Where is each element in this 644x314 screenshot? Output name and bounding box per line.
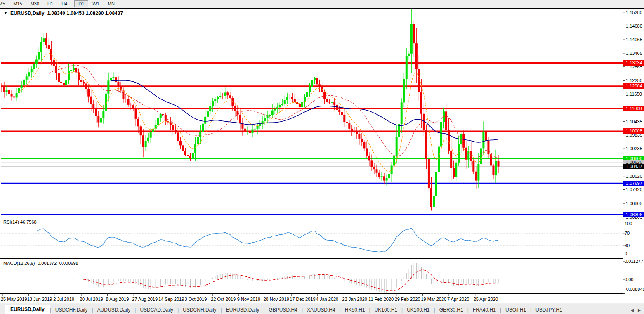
hline-price-label: 1.11009 [623,106,644,111]
timeframe-button-m5[interactable]: M5 [0,0,9,7]
date-axis-label: 25 May 2019 [1,297,27,302]
macd-axis-label: 0.011277 [625,259,643,264]
hline-price-label: 1.07697 [623,181,644,186]
date-axis-label: 27 Aug 2019 [132,297,158,302]
rsi-axis-label: 100 [625,221,632,226]
chart-tab-usoil-h1[interactable]: USOil,H1 [501,306,530,314]
price-axis-label: 1.06805 [626,201,642,206]
date-axis-label: 14 Sep 2019 [158,297,184,302]
chart-tab-eurusd-daily[interactable]: EURUSD,Daily [222,306,264,314]
timeframe-button-m15[interactable]: M15 [9,0,26,7]
date-axis-label: 7 Apr 2020 [447,297,469,302]
macd-axis-label: -0.008845 [625,287,644,292]
chart-ohlc-values: 1.08340 1.08453 1.08280 1.08437 [47,10,123,16]
date-axis-label: 22 Oct 2019 [211,297,236,302]
chart-tab-uk100-h1[interactable]: UK100,H1 [370,306,401,314]
macd-indicator-label: MACD(12,26,9) -0.001372 -0.000698 [3,261,78,266]
date-axis-label: 19 Mar 2020 [421,297,446,302]
chart-tab-bar: EURUSD,Daily|USDCHF,Daily|AUDUSD,Daily|U… [0,304,644,314]
date-axis-label: 28 Nov 2019 [264,297,289,302]
timeframe-button-d1[interactable]: D1 [74,0,88,7]
price-axis-label: 1.10435 [626,119,642,125]
timeframe-button-mn[interactable]: MN [104,0,119,7]
date-axis-label: 23 Jan 2020 [342,297,367,302]
rsi-axis-label: 70 [625,231,630,236]
toolbar-separator [73,0,73,7]
rsi-axis-label: 0 [625,251,627,256]
mt4-application: M5M15M30H1H4D1W1MN ▼ EURUSD,Daily 1.0834… [0,0,644,314]
hline-price-label: 1.12004 [623,83,644,89]
chart-title: ▼ EURUSD,Daily 1.08340 1.08453 1.08280 1… [4,10,123,16]
hline-price-label: 1.13034 [623,60,644,66]
chart-tab-xauusd-h4[interactable]: XAUUSD,H4 [303,306,340,314]
hline-price-label: 1.10008 [623,128,644,134]
date-axis-label: 4 Jan 2020 [316,297,338,302]
price-axis-label: 1.07420 [626,187,642,192]
timeframe-button-h1[interactable]: H1 [43,0,57,7]
date-axis-label: 29 Feb 2020 [395,297,420,302]
rsi-indicator-label: RSI(14) 46.7568 [3,220,37,224]
date-axis-label: 2 Jul 2019 [53,297,74,302]
tab-scroll-right-icon[interactable]: ▶ [638,308,641,312]
date-axis-label: 3 Oct 2019 [185,297,207,302]
chart-tab-hk50-h1[interactable]: HK50,H1 [341,306,369,314]
chart-tab-usdcnh-daily[interactable]: USDCNH,Daily [179,306,220,314]
date-axis-label: 11 Feb 2020 [368,297,394,302]
chart-tab-ger30-h1[interactable]: GER30,H1 [435,306,467,314]
chart-tab-usdcad-daily[interactable]: USDCAD,Daily [136,306,177,314]
chart-tab-fra40-h1[interactable]: FRA40,H1 [469,306,500,314]
current-price-label: 1.08437 [623,164,644,169]
date-axis-label: 17 Dec 2019 [290,297,315,302]
tab-scroll-left-icon[interactable]: ◀ [631,308,634,312]
chart-tab-usdjpy-h1[interactable]: USDJPY,H1 [531,306,566,314]
date-axis-label: 20 Jul 2019 [80,297,103,302]
timeframe-button-h4[interactable]: H4 [57,0,71,7]
date-axis-label: 13 Jun 2019 [27,297,52,302]
timeframe-button-m30[interactable]: M30 [26,0,43,7]
price-axis-label: 1.08020 [626,174,642,179]
date-axis-label: 8 Aug 2019 [106,297,129,302]
chart-tab-usdchf-daily[interactable]: USDCHF,Daily [51,306,92,314]
price-axis-label: 1.14680 [626,24,642,29]
chart-window[interactable]: ▼ EURUSD,Daily 1.08340 1.08453 1.08280 1… [0,8,644,303]
price-axis-label: 1.14065 [626,37,642,42]
chart-symbol-period: EURUSD,Daily [10,10,45,16]
rsi-axis-label: 30 [625,243,630,248]
price-axis-label: 1.13465 [626,51,642,56]
hline-price-label: 1.06306 [623,212,644,217]
date-axis-label: 9 Nov 2019 [237,297,260,302]
chart-tab-uk100-h1[interactable]: UK100,H1 [403,306,434,314]
toolbar-separator [120,0,120,7]
price-axis-label: 1.09235 [626,146,642,151]
macd-axis-label: 0.00 [625,277,633,282]
chart-tab-audusd-daily[interactable]: AUDUSD,Daily [93,306,135,314]
timeframe-toolbar: M5M15M30H1H4D1W1MN [0,0,644,8]
chart-tab-eurusd-daily[interactable]: EURUSD,Daily [5,305,50,314]
chart-tab-gbpusd-h4[interactable]: GBPUSD,H4 [265,306,302,314]
price-axis-label: 1.15280 [626,10,642,15]
date-axis-label: 25 Apr 2020 [474,297,498,302]
price-axis-label: 1.11650 [626,92,642,97]
price-axis-label: 1.12250 [626,78,642,83]
price-chart-canvas[interactable] [0,8,644,303]
chart-dropdown-icon[interactable]: ▼ [4,11,7,15]
timeframe-button-w1[interactable]: W1 [88,0,104,7]
